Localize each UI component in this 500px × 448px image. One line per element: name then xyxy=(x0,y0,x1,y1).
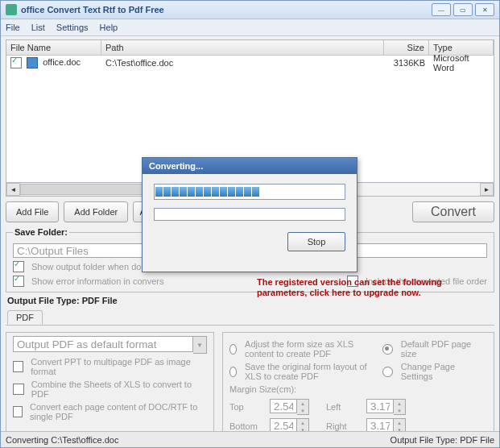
show-output-label: Show output folder when done xyxy=(31,262,151,272)
adjust-form-radio[interactable] xyxy=(229,344,237,355)
app-icon xyxy=(6,4,17,15)
adjust-form-label: Adjust the form size as XLS content to c… xyxy=(245,339,371,359)
add-folder-button[interactable]: Add Folder xyxy=(64,201,128,222)
spin-down-icon[interactable]: ▼ xyxy=(394,407,405,414)
maximize-button[interactable]: ▭ xyxy=(453,3,473,16)
menu-help[interactable]: Help xyxy=(100,23,118,32)
save-folder-legend: Save Folder: xyxy=(13,227,69,237)
margin-size-label: Margin Size(cm): xyxy=(229,384,487,394)
cell-size: 3136KB xyxy=(384,58,429,68)
table-row[interactable]: office.doc C:\Test\office.doc 3136KB Mic… xyxy=(6,56,494,70)
cell-type: Microsoft Word xyxy=(429,53,494,73)
chevron-down-icon[interactable]: ▼ xyxy=(193,336,207,354)
combine-xls-label: Combine the Sheets of XLS to convert to … xyxy=(31,380,207,399)
progress-bar-secondary xyxy=(154,208,345,221)
default-size-radio[interactable] xyxy=(382,344,393,355)
margin-right-label: Right xyxy=(326,421,358,431)
tab-pdf[interactable]: PDF xyxy=(7,310,43,325)
show-output-check[interactable] xyxy=(13,261,24,272)
upgrade-message[interactable]: The registered version can set the follo… xyxy=(257,277,490,298)
ppt-multipage-check[interactable] xyxy=(13,361,23,372)
save-layout-radio[interactable] xyxy=(229,367,237,377)
doc-single-pdf-label: Convert each page content of DOC/RTF to … xyxy=(30,402,207,421)
margin-left-label: Left xyxy=(326,402,358,412)
output-format-select[interactable] xyxy=(13,336,193,352)
status-right: Output File Type: PDF File xyxy=(390,435,494,445)
spin-up-icon[interactable]: ▲ xyxy=(394,419,405,426)
margin-top-input[interactable] xyxy=(270,399,297,413)
row-checkbox[interactable] xyxy=(10,57,22,68)
add-file-button[interactable]: Add File xyxy=(6,201,59,222)
col-filename[interactable]: File Name xyxy=(6,40,101,55)
converting-dialog: Converting... Stop xyxy=(142,157,357,272)
spin-down-icon[interactable]: ▼ xyxy=(297,407,308,414)
change-settings-radio[interactable] xyxy=(382,367,393,377)
menu-file[interactable]: File xyxy=(6,23,20,32)
minimize-button[interactable]: — xyxy=(432,3,451,16)
doc-single-pdf-check[interactable] xyxy=(13,406,23,417)
menu-list[interactable]: List xyxy=(31,23,45,32)
close-button[interactable]: ✕ xyxy=(475,3,494,16)
spin-up-icon[interactable]: ▲ xyxy=(297,419,308,426)
save-layout-label: Save the original form layout of XLS to … xyxy=(245,362,371,381)
progress-bar xyxy=(154,184,345,200)
col-path[interactable]: Path xyxy=(101,40,384,55)
dialog-title: Converting... xyxy=(143,158,357,174)
change-settings-label: Change Page Settings xyxy=(401,362,487,381)
doc-icon xyxy=(27,57,38,68)
menu-bar: File List Settings Help xyxy=(1,19,499,36)
left-options-panel: ▼ Convert PPT to multipage PDF as image … xyxy=(6,332,214,440)
ppt-multipage-label: Convert PPT to multipage PDF as image fo… xyxy=(31,357,207,376)
right-options-panel: Adjust the form size as XLS content to c… xyxy=(222,332,494,440)
margin-top-label: Top xyxy=(229,402,262,412)
status-bar: Converting C:\Test\office.doc Output Fil… xyxy=(1,431,499,447)
show-error-label: Show error information in convers xyxy=(31,276,163,286)
scroll-left-icon[interactable]: ◄ xyxy=(6,183,20,196)
status-left: Converting C:\Test\office.doc xyxy=(6,435,118,445)
menu-settings[interactable]: Settings xyxy=(56,23,89,32)
default-size-label: Default PDF page size xyxy=(401,339,487,359)
window-title: office Convert Text Rtf to Pdf Free xyxy=(21,5,432,15)
scroll-right-icon[interactable]: ► xyxy=(480,183,494,196)
cell-filename: office.doc xyxy=(43,57,81,67)
combine-xls-check[interactable] xyxy=(13,384,24,395)
stop-button[interactable]: Stop xyxy=(287,232,345,251)
spin-up-icon[interactable]: ▲ xyxy=(297,400,308,407)
convert-button[interactable]: Convert xyxy=(412,201,494,222)
cell-path: C:\Test\office.doc xyxy=(101,58,384,68)
margin-left-input[interactable] xyxy=(366,399,394,413)
spin-up-icon[interactable]: ▲ xyxy=(394,400,405,407)
show-error-check[interactable] xyxy=(13,276,24,287)
margin-bottom-label: Bottom xyxy=(229,421,262,431)
col-size[interactable]: Size xyxy=(384,40,429,55)
